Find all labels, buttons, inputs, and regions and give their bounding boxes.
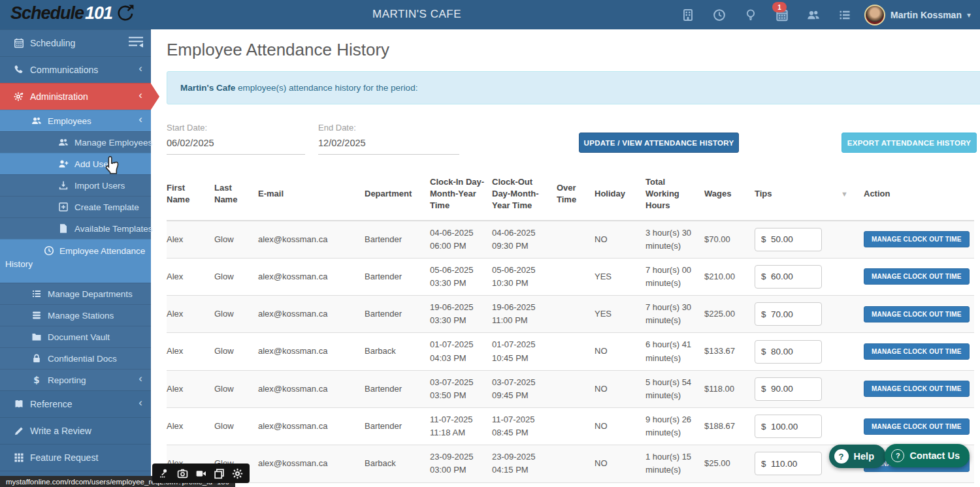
pencil-icon: [13, 426, 24, 437]
app-logo[interactable]: Schedule101: [10, 3, 136, 24]
tips-sort-caret-icon[interactable]: ▼: [841, 190, 848, 200]
help-label: Help: [854, 451, 874, 462]
tips-input[interactable]: [755, 340, 822, 364]
cell-department: Barback: [365, 445, 430, 482]
cell-action: MANAGE CLOCK OUT TIME: [864, 258, 974, 295]
manage-clock-out-time-button[interactable]: MANAGE CLOCK OUT TIME: [864, 343, 970, 360]
cell-total-hours: 1 hour(s) 15 minute(s): [645, 445, 704, 482]
svg-text:$: $: [33, 375, 39, 385]
download-icon: [57, 180, 69, 191]
calendar-icon[interactable]: 1: [766, 0, 798, 29]
grid-icon: [13, 452, 24, 463]
sidebar-item-label: Communications: [30, 65, 98, 75]
gears-icon: [13, 91, 24, 102]
sidebar-item-available-templates[interactable]: Available Templates: [0, 217, 151, 239]
cell-over-time: [557, 407, 595, 445]
column-header-tips[interactable]: Tips▼: [755, 170, 864, 221]
manage-clock-out-time-button[interactable]: MANAGE CLOCK OUT TIME: [864, 231, 970, 247]
sidebar-item-employee-attendance-history[interactable]: Employee Attendance History: [0, 239, 151, 283]
tips-input[interactable]: [755, 302, 822, 326]
record-video-icon[interactable]: [195, 468, 206, 479]
company-title: MARTIN'S CAFE: [372, 8, 461, 21]
tips-input[interactable]: [755, 377, 822, 401]
cell-holiday: NO: [595, 407, 645, 445]
sidebar-item-administration[interactable]: Administration‹: [0, 83, 151, 110]
cell-email: alex@kossman.ca: [258, 445, 365, 482]
sidebar-item-label: Write a Review: [30, 426, 91, 436]
tips-input[interactable]: [755, 415, 822, 438]
tips-input[interactable]: [755, 452, 822, 475]
sidebar-item-label: Employee Attendance History: [5, 246, 145, 269]
sidebar-collapse-toggle[interactable]: [129, 37, 143, 50]
contact-us-button[interactable]: ? Contact Us: [885, 444, 970, 467]
info-alert: Martin's Cafe employee(s) attendance his…: [167, 71, 980, 104]
sidebar-item-write-a-review[interactable]: Write a Review: [0, 417, 151, 444]
clock-icon[interactable]: [704, 0, 735, 29]
cell-last-name: Glow: [214, 296, 258, 333]
contact-us-label: Contact Us: [909, 450, 960, 461]
cell-action: MANAGE CLOCK OUT TIME: [864, 370, 974, 407]
screenshot-camera-icon[interactable]: [177, 468, 188, 479]
sidebar-item-reporting[interactable]: $Reporting‹: [0, 369, 151, 390]
help-button[interactable]: ? Help: [829, 445, 886, 468]
cell-total-hours: 6 hour(s) 41 minute(s): [645, 333, 704, 370]
tips-input[interactable]: [755, 265, 822, 289]
window-capture-icon[interactable]: [214, 468, 225, 479]
sidebar-item-document-vault[interactable]: Document Vault: [0, 326, 151, 347]
cell-wages: $25.00: [704, 445, 755, 482]
building-icon[interactable]: [672, 0, 704, 29]
sidebar-item-label: Reporting: [48, 375, 86, 385]
avatar: [864, 5, 885, 25]
sidebar-item-manage-stations[interactable]: Manage Stations: [0, 304, 151, 326]
user-menu[interactable]: Martin Kossman ▾: [860, 5, 980, 25]
sidebar-item-label: Available Templates: [74, 224, 153, 234]
end-date-input[interactable]: [318, 133, 459, 155]
tips-input[interactable]: [755, 228, 822, 251]
sidebar-item-label: Employees: [48, 116, 91, 126]
sidebar-item-confidential-docs[interactable]: Confidential Docs: [0, 347, 151, 369]
calendar-icon: [13, 38, 24, 49]
sidebar-item-import-users[interactable]: Import Users: [0, 174, 151, 196]
list-icon[interactable]: [829, 0, 860, 29]
manage-clock-out-time-button[interactable]: MANAGE CLOCK OUT TIME: [864, 418, 970, 435]
cell-clock-in: 03-07-202503:50 PM: [430, 370, 492, 407]
cell-over-time: [557, 296, 595, 333]
cell-tips: [755, 370, 864, 407]
cell-department: Bartender: [365, 296, 430, 333]
sidebar-item-employees[interactable]: Employees‹: [0, 110, 151, 131]
export-attendance-button[interactable]: EXPORT ATTENDANCE HISTORY: [841, 133, 977, 153]
cell-department: Bartender: [365, 370, 430, 407]
users-icon[interactable]: [798, 0, 829, 29]
active-item-arrow: [151, 84, 159, 110]
sidebar-item-label: Add Users: [74, 159, 116, 169]
alert-text: employee(s) attendance history for the p…: [235, 83, 417, 93]
sidebar-item-manage-departments[interactable]: Manage Departments: [0, 283, 151, 304]
sidebar-item-feature-request[interactable]: Feature Request: [0, 444, 151, 471]
sidebar-item-add-users[interactable]: Add Users: [0, 153, 151, 174]
sidebar-item-create-template[interactable]: Create Template: [0, 196, 151, 217]
pin-icon[interactable]: [159, 468, 170, 479]
sidebar-item-manage-employees[interactable]: Manage Employees: [0, 131, 151, 153]
cell-holiday: NO: [595, 221, 645, 259]
manage-clock-out-time-button[interactable]: MANAGE CLOCK OUT TIME: [864, 268, 970, 285]
update-view-attendance-button[interactable]: UPDATE / VIEW ATTENDANCE HISTORY: [579, 133, 739, 153]
column-header-wages: Wages: [704, 170, 755, 221]
cell-email: alex@kossman.ca: [258, 221, 365, 259]
table-row: AlexGlowalex@kossman.caBartender04-06-20…: [167, 221, 974, 259]
sidebar-item-communications[interactable]: Communications‹: [0, 56, 151, 83]
sidebar-item-label: Scheduling: [30, 38, 75, 48]
sidebar-item-scheduling[interactable]: Scheduling: [0, 29, 151, 56]
capture-settings-icon[interactable]: [232, 468, 243, 479]
cell-first-name: Alex: [167, 407, 214, 445]
manage-clock-out-time-button[interactable]: MANAGE CLOCK OUT TIME: [864, 381, 970, 397]
sidebar-item-reference[interactable]: Reference‹: [0, 390, 151, 417]
column-header-last-name: Last Name: [214, 170, 258, 221]
end-date-field: End Date:: [318, 123, 459, 155]
chevron-left-icon: ‹: [139, 113, 142, 126]
table-row: AlexGlowalex@kossman.caBartender11-07-20…: [167, 407, 974, 445]
start-date-input[interactable]: [167, 133, 305, 155]
cell-department: Bartender: [365, 407, 430, 445]
manage-clock-out-time-button[interactable]: MANAGE CLOCK OUT TIME: [864, 306, 970, 322]
lightbulb-icon[interactable]: [735, 0, 766, 29]
cell-over-time: [557, 370, 595, 407]
